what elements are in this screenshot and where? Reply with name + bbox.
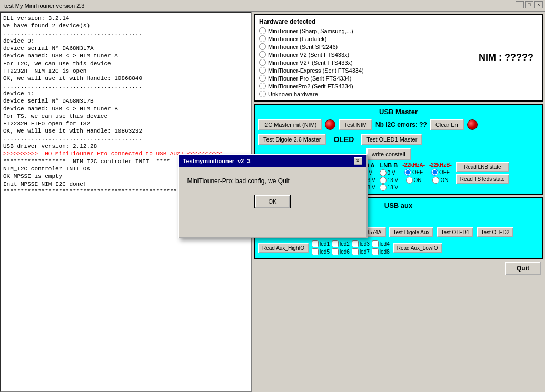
dialog-overlay: Testmyminitiouner_v2_3 × MiniTiouner-Pro… <box>0 0 545 392</box>
dialog-close-btn[interactable]: × <box>354 157 362 165</box>
dialog-titlebar: Testmyminitiouner_v2_3 × <box>179 155 366 167</box>
dialog: Testmyminitiouner_v2_3 × MiniTiouner-Pro… <box>178 154 368 238</box>
dialog-ok-btn[interactable]: OK <box>255 195 291 208</box>
dialog-buttons: OK <box>187 195 358 208</box>
dialog-body: MiniTiouner-Pro: bad config, we Quit OK <box>179 167 366 216</box>
dialog-title: Testmyminitiouner_v2_3 <box>183 158 251 164</box>
dialog-message: MiniTiouner-Pro: bad config, we Quit <box>187 177 358 185</box>
